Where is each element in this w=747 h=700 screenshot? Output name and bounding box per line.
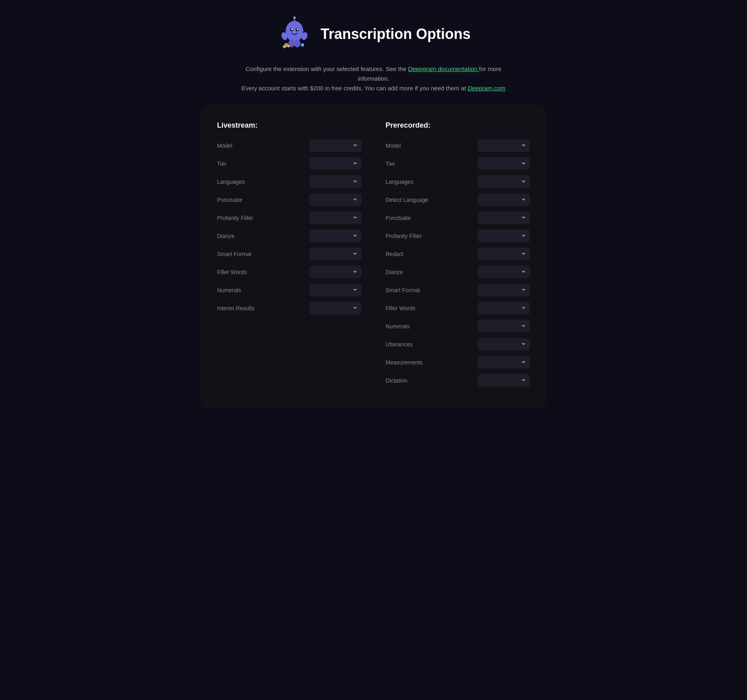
option-select-tier[interactable] — [309, 157, 361, 170]
options-columns: Livestream: ModelTierLanguagesPunctuateP… — [217, 121, 530, 392]
deepgram-docs-link[interactable]: Deepgram documentation — [408, 65, 479, 72]
option-label: Numerals — [386, 323, 478, 330]
option-select-pre-filler-words[interactable] — [478, 302, 530, 314]
svg-point-10 — [294, 39, 300, 47]
page-title: Transcription Options — [321, 26, 471, 43]
option-label: Numerals — [217, 287, 309, 293]
option-row: Model — [386, 139, 530, 152]
option-row: Tier — [386, 157, 530, 170]
option-row: Numerals — [386, 320, 530, 332]
option-select-pre-measurements[interactable] — [478, 356, 530, 368]
deepgram-site-link[interactable]: Deepram.com — [468, 85, 505, 92]
description-text: Configure the extension with your select… — [233, 64, 514, 93]
option-label: Diarize — [386, 269, 478, 275]
prerecorded-column: Prerecorded: ModelTierLanguagesDetect La… — [386, 121, 530, 392]
option-label: Tier — [217, 161, 309, 167]
option-label: Profanity Filter — [217, 215, 309, 221]
option-label: Profanity Filter — [386, 233, 478, 239]
option-label: Diarize — [217, 233, 309, 239]
option-label: Smart Format — [217, 251, 309, 257]
option-row: Diarize — [217, 230, 361, 242]
option-row: Languages — [217, 175, 361, 188]
option-select-numerals[interactable] — [309, 284, 361, 296]
option-row: Punctuate — [386, 212, 530, 224]
option-label: Punctuate — [217, 197, 309, 203]
option-label: Languages — [386, 179, 478, 185]
option-row: Smart Format — [217, 248, 361, 260]
option-select-pre-punctuate[interactable] — [478, 212, 530, 224]
option-row: Dictation — [386, 374, 530, 387]
option-row: Filler Words — [386, 302, 530, 314]
option-row: Diarize — [386, 266, 530, 278]
svg-point-5 — [291, 28, 293, 30]
option-row: Numerals — [217, 284, 361, 296]
svg-point-0 — [286, 21, 303, 42]
option-row: Punctuate — [217, 193, 361, 206]
option-label: Measurements — [386, 359, 478, 366]
option-select-pre-utterances[interactable] — [478, 338, 530, 350]
option-label: Model — [217, 142, 309, 149]
mascot-icon — [276, 16, 313, 52]
option-select-model[interactable] — [309, 139, 361, 152]
option-select-filler-words[interactable] — [309, 266, 361, 278]
option-select-smart-format[interactable] — [309, 248, 361, 260]
option-label: Dictation — [386, 377, 478, 384]
option-select-punctuate[interactable] — [309, 193, 361, 206]
livestream-column: Livestream: ModelTierLanguagesPunctuateP… — [217, 121, 361, 392]
option-label: Detect Language — [386, 197, 478, 203]
svg-point-2 — [293, 16, 296, 19]
option-select-pre-numerals[interactable] — [478, 320, 530, 332]
page-header: Transcription Options — [276, 16, 471, 52]
prerecorded-options-list: ModelTierLanguagesDetect LanguagePunctua… — [386, 139, 530, 387]
option-label: Utterances — [386, 341, 478, 348]
option-row: Detect Language — [386, 193, 530, 206]
svg-point-12 — [283, 45, 286, 48]
option-label: Filler Words — [386, 305, 478, 311]
option-row: Measurements — [386, 356, 530, 368]
option-label: Filler Words — [217, 269, 309, 275]
svg-point-13 — [287, 45, 290, 47]
option-row: Profanity Filter — [217, 212, 361, 224]
option-select-pre-model[interactable] — [478, 139, 530, 152]
option-select-pre-diarize[interactable] — [478, 266, 530, 278]
option-select-pre-detect-language[interactable] — [478, 193, 530, 206]
option-row: Utterances — [386, 338, 530, 350]
livestream-options-list: ModelTierLanguagesPunctuateProfanity Fil… — [217, 139, 361, 314]
main-card: Livestream: ModelTierLanguagesPunctuateP… — [201, 105, 546, 408]
option-row: Interim Results — [217, 302, 361, 314]
option-select-interim-results[interactable] — [309, 302, 361, 314]
option-select-pre-dictation[interactable] — [478, 374, 530, 387]
option-row: Tier — [217, 157, 361, 170]
option-select-profanity-filter[interactable] — [309, 212, 361, 224]
option-label: Smart Format — [386, 287, 478, 293]
option-row: Filler Words — [217, 266, 361, 278]
option-row: Languages — [386, 175, 530, 188]
option-select-pre-tier[interactable] — [478, 157, 530, 170]
option-select-diarize[interactable] — [309, 230, 361, 242]
option-label: Model — [386, 142, 478, 149]
option-label: Redact — [386, 251, 478, 257]
option-row: Profanity Filter — [386, 230, 530, 242]
option-select-pre-smart-format[interactable] — [478, 284, 530, 296]
prerecorded-title: Prerecorded: — [386, 121, 530, 130]
option-select-pre-profanity-filter[interactable] — [478, 230, 530, 242]
option-row: Model — [217, 139, 361, 152]
option-row: Smart Format — [386, 284, 530, 296]
option-label: Languages — [217, 179, 309, 185]
livestream-title: Livestream: — [217, 121, 361, 130]
svg-point-6 — [297, 28, 298, 30]
option-select-languages[interactable] — [309, 175, 361, 188]
option-label: Tier — [386, 161, 478, 167]
option-label: Punctuate — [386, 215, 478, 221]
option-select-pre-languages[interactable] — [478, 175, 530, 188]
option-select-pre-redact[interactable] — [478, 248, 530, 260]
option-row: Redact — [386, 248, 530, 260]
svg-point-14 — [301, 43, 304, 47]
option-label: Interim Results — [217, 305, 309, 311]
